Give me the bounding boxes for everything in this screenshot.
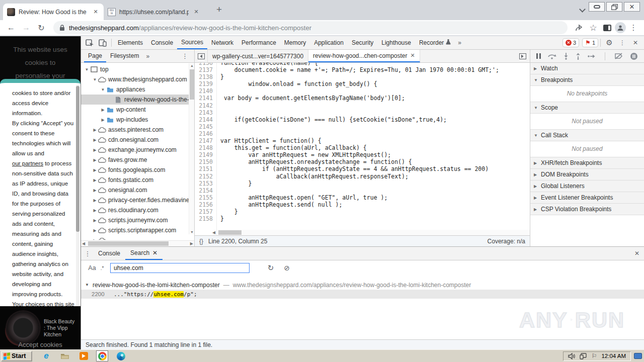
devtools-tab-performance[interactable]: Performance bbox=[237, 36, 280, 49]
show-debugger-icon[interactable] bbox=[516, 50, 530, 62]
tab-close-icon[interactable]: ✕ bbox=[92, 9, 100, 15]
line-number[interactable]: 2141 bbox=[195, 95, 213, 102]
debugger-section-dom-breakpoints[interactable]: ▶DOM Breakpoints bbox=[530, 169, 644, 180]
tab-close-icon[interactable]: ✕ bbox=[152, 249, 157, 256]
tree-item[interactable]: ▶scripts.scriptwrapper.com bbox=[81, 225, 194, 235]
tree-expander-icon[interactable]: ▶ bbox=[92, 138, 98, 142]
step-button[interactable] bbox=[588, 54, 596, 59]
taskbar-clock[interactable]: 12:04 AM bbox=[601, 353, 626, 359]
chrome-button[interactable] bbox=[96, 350, 108, 361]
search-input[interactable] bbox=[110, 263, 250, 273]
line-number[interactable]: 2152 bbox=[195, 173, 213, 180]
browser-tab[interactable]: Review: How Good is the Lomi Kitche✕ bbox=[3, 4, 104, 20]
tree-item[interactable]: ▼top bbox=[81, 64, 194, 74]
code-line[interactable] bbox=[220, 87, 530, 95]
drawer-close-button[interactable]: ✕ bbox=[630, 247, 644, 260]
devtools-tab-application[interactable]: Application bbox=[310, 36, 348, 49]
tree-item[interactable]: ▶assets.pinterest.com bbox=[81, 125, 194, 135]
tree-expander-icon[interactable]: ▶ bbox=[100, 108, 106, 112]
line-number[interactable]: 2156 bbox=[195, 201, 213, 208]
tree-item[interactable]: review-how-good-is-the-lomi-kitchen-comp… bbox=[81, 95, 194, 105]
code-line[interactable]: } bbox=[220, 73, 530, 80]
minimize-button[interactable] bbox=[589, 2, 605, 12]
back-button[interactable]: ← bbox=[4, 23, 18, 32]
code-line[interactable] bbox=[220, 130, 530, 137]
drawer-menu-button[interactable]: ⋮ bbox=[82, 247, 93, 260]
inspect-element-button[interactable] bbox=[83, 36, 96, 49]
tree-expander-icon[interactable]: ▶ bbox=[92, 178, 98, 183]
browser-menu-button[interactable]: ⋮ bbox=[627, 23, 640, 32]
line-number[interactable]: 2154 bbox=[195, 187, 213, 194]
step-into-button[interactable] bbox=[564, 53, 569, 60]
tree-item[interactable]: ▶wp-content bbox=[81, 105, 194, 115]
code-line[interactable]: var HttpClient = function() { bbox=[220, 137, 530, 144]
media-player-button[interactable] bbox=[77, 350, 90, 361]
chevron-down-icon[interactable] bbox=[579, 6, 586, 13]
tree-expander-icon[interactable]: ▶ bbox=[92, 148, 98, 152]
drawer-tab-console[interactable]: Console bbox=[93, 247, 125, 260]
editor-tab[interactable]: review-how-good...chen-composter✕ bbox=[308, 50, 420, 62]
code-line[interactable]: aCallback(anHttpRequest.responseText); bbox=[220, 173, 530, 180]
code-line[interactable]: anHttpRequest.send( null ); bbox=[220, 201, 530, 208]
devtools-tab-lighthouse[interactable]: Lighthouse bbox=[377, 36, 415, 49]
editor-hscroll-thumb[interactable] bbox=[218, 230, 242, 235]
tree-item[interactable]: ▼www.thedesignsheppard.com bbox=[81, 74, 194, 84]
tree-horizontal-scrollbar[interactable]: ◀ ▶ bbox=[81, 240, 194, 246]
step-over-button[interactable] bbox=[548, 53, 556, 59]
tree-hscroll-thumb[interactable] bbox=[88, 241, 169, 246]
new-tab-button[interactable]: + bbox=[210, 4, 228, 18]
line-number[interactable]: 2150 bbox=[195, 158, 213, 165]
internet-explorer-button[interactable]: e bbox=[40, 350, 52, 361]
code-line[interactable]: anHttpRequest.onreadystatechange = funct… bbox=[220, 158, 530, 165]
settings-gear-button[interactable]: ⚙ bbox=[603, 36, 616, 49]
volume-icon[interactable] bbox=[568, 353, 575, 359]
code-line[interactable] bbox=[220, 187, 530, 194]
code-line[interactable] bbox=[220, 102, 530, 109]
debugger-section-csp-violation-breakpoints[interactable]: ▶CSP Violation Breakpoints bbox=[530, 204, 644, 215]
cookie-scrollbar-thumb[interactable] bbox=[76, 86, 79, 232]
editor-horizontal-scrollbar[interactable]: ◀ bbox=[217, 230, 530, 235]
code-line[interactable] bbox=[220, 123, 530, 130]
debugger-section-global-listeners[interactable]: ▶Global Listeners bbox=[530, 180, 644, 192]
code-line[interactable]: anHttpRequest.open( "GET", aUrl, true ); bbox=[220, 194, 530, 201]
forward-button[interactable]: → bbox=[19, 23, 33, 32]
line-number[interactable]: 2140 bbox=[195, 87, 213, 95]
action-center-flag-icon[interactable]: ⚐ bbox=[592, 352, 597, 359]
devtools-tab-sources[interactable]: Sources bbox=[177, 36, 207, 49]
tree-expander-icon[interactable]: ▼ bbox=[92, 77, 98, 82]
code-line[interactable]: function eraseCookie(name) { bbox=[220, 63, 530, 66]
search-match-row[interactable]: 2200 ..."https://uhsee.com/p"; bbox=[81, 290, 644, 299]
tree-item[interactable]: ▶fonts.gstatic.com bbox=[81, 175, 194, 185]
our-partners-link[interactable]: our partners bbox=[12, 160, 43, 166]
tree-item[interactable]: ▶faves.grow.me bbox=[81, 155, 194, 165]
tree-vertical-scrollbar[interactable]: ▲ ▼ bbox=[189, 63, 194, 234]
maximize-button[interactable] bbox=[606, 2, 622, 12]
tree-item[interactable]: ▼appliances bbox=[81, 84, 194, 95]
scroll-up-icon[interactable]: ▲ bbox=[189, 64, 195, 67]
tree-item[interactable]: ▶ bbox=[81, 235, 194, 240]
debugger-section-xhr-fetch-breakpoints[interactable]: ▶XHR/fetch Breakpoints bbox=[530, 157, 644, 169]
code-line[interactable]: document.cookie = name +'=; Path=/; Expi… bbox=[220, 66, 530, 73]
debugger-section-watch[interactable]: ▶Watch bbox=[530, 63, 644, 74]
regex-button[interactable]: .* bbox=[98, 265, 106, 271]
line-number[interactable]: 2145 bbox=[195, 123, 213, 130]
tree-expander-icon[interactable]: ▼ bbox=[84, 67, 90, 72]
line-number[interactable]: 2146 bbox=[195, 130, 213, 137]
pretty-print-icon[interactable]: {} bbox=[199, 238, 203, 245]
scroll-left-icon[interactable]: ◀ bbox=[212, 230, 215, 235]
error-badge[interactable]: ✕3 bbox=[562, 38, 579, 47]
accept-cookies-button[interactable]: Accept cookies bbox=[0, 341, 80, 348]
tree-item[interactable]: ▶fonts.googleapis.com bbox=[81, 165, 194, 175]
tree-item[interactable]: ▶onesignal.com bbox=[81, 185, 194, 195]
code-line[interactable]: if(getCookie("isDone") === null) {setCoo… bbox=[220, 116, 530, 123]
line-number[interactable]: 2139 bbox=[195, 80, 213, 87]
debugger-section-event-listener-breakpoints[interactable]: ▶Event Listener Breakpoints bbox=[530, 192, 644, 204]
more-tabs-icon[interactable]: » bbox=[455, 39, 464, 46]
tree-item[interactable]: ▶scripts.journeymv.com bbox=[81, 215, 194, 225]
deactivate-breakpoints-button[interactable] bbox=[614, 53, 623, 59]
collapse-arrow-icon[interactable]: ▼ bbox=[85, 283, 89, 287]
line-number[interactable]: 2151 bbox=[195, 165, 213, 172]
tree-expander-icon[interactable]: ▶ bbox=[92, 218, 98, 223]
scroll-left-icon[interactable]: ◀ bbox=[82, 241, 85, 246]
tab-close-icon[interactable]: ✕ bbox=[411, 52, 415, 59]
